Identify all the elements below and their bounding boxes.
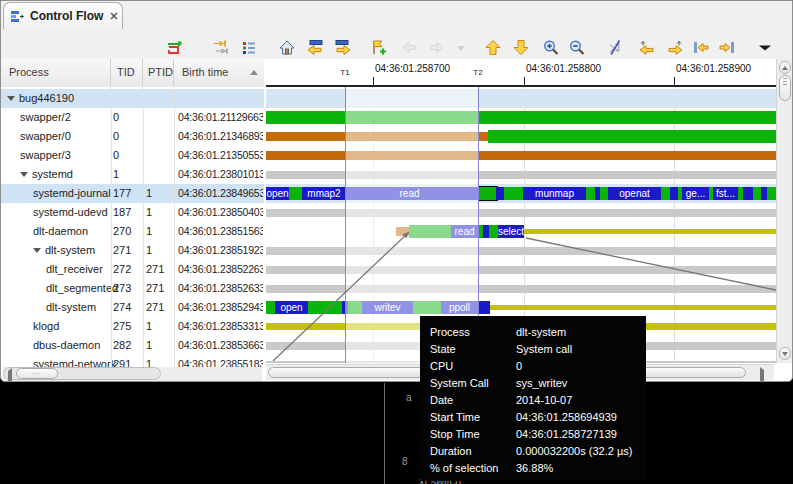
state-segment[interactable] xyxy=(308,301,342,314)
state-segment[interactable] xyxy=(478,186,498,201)
toolbar-zoom-out-button[interactable] xyxy=(567,37,587,57)
toolbar-previous-state-change-button[interactable] xyxy=(691,37,711,57)
process-row-dlt-system[interactable]: dlt-system271104:36:01.238519239 xyxy=(1,241,264,260)
column-header-process[interactable]: Process xyxy=(1,59,111,86)
time-axis[interactable]: 04:36:01.25870004:36:01.25880004:36:01.2… xyxy=(266,59,776,87)
expander-icon[interactable] xyxy=(33,248,41,253)
state-row[interactable] xyxy=(266,241,776,260)
toolbar-move-up-button[interactable] xyxy=(483,37,503,57)
toolbar-follow-cpu-backward-button[interactable] xyxy=(637,37,657,57)
toolbar-follow-cpu-forward-button[interactable] xyxy=(665,37,685,57)
state-segment-ge[interactable]: ge... xyxy=(682,187,709,200)
state-segment[interactable] xyxy=(266,285,776,293)
state-segment[interactable] xyxy=(266,266,776,274)
scroll-right-button[interactable] xyxy=(760,370,764,382)
state-segment[interactable] xyxy=(266,151,776,160)
state-row[interactable] xyxy=(266,279,776,298)
state-row[interactable]: readselect xyxy=(266,222,776,241)
toolbar-next-event-button[interactable] xyxy=(332,37,352,57)
state-segment[interactable] xyxy=(266,111,776,124)
state-row[interactable] xyxy=(266,146,776,165)
toolbar-add-bookmark-button[interactable] xyxy=(369,37,389,57)
toolbar-reset-time-scale-button[interactable] xyxy=(277,37,297,57)
state-segment[interactable] xyxy=(600,187,608,200)
process-row-swapper/0[interactable]: swapper/0004:36:01.213468939 xyxy=(1,127,264,146)
process-row-dlt_receiver[interactable]: dlt_receiver27227104:36:01.238522639 xyxy=(1,260,264,279)
tooltip-value: dlt-system xyxy=(516,324,646,341)
process-row-dlt-system[interactable]: dlt-system27427104:36:01.238529439 xyxy=(1,298,264,317)
state-segment[interactable] xyxy=(743,187,753,200)
state-row[interactable] xyxy=(266,165,776,184)
process-row-klogd[interactable]: klogd275104:36:01.238533139 xyxy=(1,317,264,336)
column-header-birth-time[interactable]: Birth time xyxy=(174,59,264,86)
toolbar-marker-menu-button[interactable] xyxy=(451,37,471,57)
vertical-scrollbar-thumb[interactable] xyxy=(779,75,791,101)
toolbar-next-state-change-button[interactable] xyxy=(717,37,737,57)
state-segment-fst[interactable]: fst... xyxy=(713,187,738,200)
toolbar-hide-arrows-button[interactable] xyxy=(605,37,625,57)
toolbar-align-views-button[interactable] xyxy=(211,37,231,57)
state-segment[interactable] xyxy=(266,247,776,255)
scroll-up-button[interactable] xyxy=(779,61,791,74)
state-segment[interactable] xyxy=(478,301,490,314)
toolbar-view-menu-button[interactable] xyxy=(755,37,775,57)
state-segment[interactable] xyxy=(266,301,275,314)
state-row[interactable] xyxy=(266,89,776,108)
state-segment[interactable] xyxy=(266,171,776,179)
state-segment[interactable] xyxy=(524,229,776,234)
toolbar-next-marker-button[interactable] xyxy=(427,37,447,57)
state-segment[interactable] xyxy=(489,225,498,238)
vertical-scrollbar[interactable] xyxy=(776,59,792,363)
toolbar-optimize-button[interactable] xyxy=(165,37,185,57)
toolbar-previous-event-button[interactable] xyxy=(305,37,325,57)
process-row-dlt-daemon[interactable]: dlt-daemon270104:36:01.238515639 xyxy=(1,222,264,241)
state-segment[interactable] xyxy=(753,187,761,200)
process-row-swapper/3[interactable]: swapper/3004:36:01.213505539 xyxy=(1,146,264,165)
state-segment[interactable] xyxy=(289,187,302,200)
state-segment-mmap2[interactable]: mmap2 xyxy=(307,187,341,200)
process-row-swapper/2[interactable]: swapper/2004:36:01.211296639 xyxy=(1,108,264,127)
arrow-down-icon xyxy=(782,352,788,356)
state-segment[interactable] xyxy=(586,187,595,200)
state-segment-openat[interactable]: openat xyxy=(608,187,661,200)
state-row[interactable]: openmmap2readmunmapopenatge...fst... xyxy=(266,184,776,203)
state-row[interactable]: openwritevppoll xyxy=(266,298,776,317)
tab-close-icon[interactable] xyxy=(109,11,119,21)
state-row[interactable] xyxy=(266,203,776,222)
process-row-systemd-network[interactable]: systemd-network291104:36:01.238551839 xyxy=(1,355,264,367)
state-segment[interactable] xyxy=(504,187,523,200)
state-row[interactable] xyxy=(266,127,776,146)
state-segment[interactable] xyxy=(767,187,776,200)
state-segment[interactable] xyxy=(490,305,776,310)
toolbar-move-down-button[interactable] xyxy=(511,37,531,57)
state-row[interactable] xyxy=(266,260,776,279)
column-header-tid[interactable]: TID xyxy=(111,59,143,86)
state-segment-munmap[interactable]: munmap xyxy=(523,187,586,200)
process-row-dbus-daemon[interactable]: dbus-daemon282104:36:01.238536639 xyxy=(1,336,264,355)
toolbar-previous-marker-button[interactable] xyxy=(399,37,419,57)
state-segment[interactable] xyxy=(266,209,776,217)
state-segment-open[interactable]: open xyxy=(266,187,289,200)
state-row[interactable] xyxy=(266,108,776,127)
state-segment[interactable] xyxy=(496,187,504,200)
scroll-down-button[interactable] xyxy=(779,347,791,360)
expander-icon[interactable] xyxy=(7,96,15,101)
toolbar-show-legend-button[interactable] xyxy=(239,37,259,57)
process-row-systemd-journal[interactable]: systemd-journal177104:36:01.238496539 xyxy=(1,184,264,203)
scroll-left-button[interactable] xyxy=(8,371,12,382)
toolbar-zoom-in-button[interactable] xyxy=(541,37,561,57)
process-row-dlt_segmented[interactable]: dlt_segmented27327104:36:01.238526339 xyxy=(1,279,264,298)
state-segment[interactable] xyxy=(488,130,776,143)
state-segment[interactable] xyxy=(661,187,670,200)
tab-control-flow[interactable]: Control Flow xyxy=(3,2,123,29)
state-segment-open[interactable]: open xyxy=(275,301,308,314)
expander-icon[interactable] xyxy=(20,172,28,177)
tree-horizontal-scrollbar[interactable]: ⋯ xyxy=(3,367,262,381)
column-header-ptid[interactable]: PTID xyxy=(143,59,174,86)
process-row-systemd[interactable]: systemd104:36:01.238010139 xyxy=(1,165,264,184)
tree-scrollbar-thumb[interactable]: ⋯ xyxy=(16,368,58,379)
state-segment[interactable] xyxy=(670,187,678,200)
process-row-systemd-udevd[interactable]: systemd-udevd187104:36:01.238504039 xyxy=(1,203,264,222)
process-row-bug446190[interactable]: bug446190 xyxy=(1,89,264,108)
state-segment-select[interactable]: select xyxy=(498,225,524,238)
